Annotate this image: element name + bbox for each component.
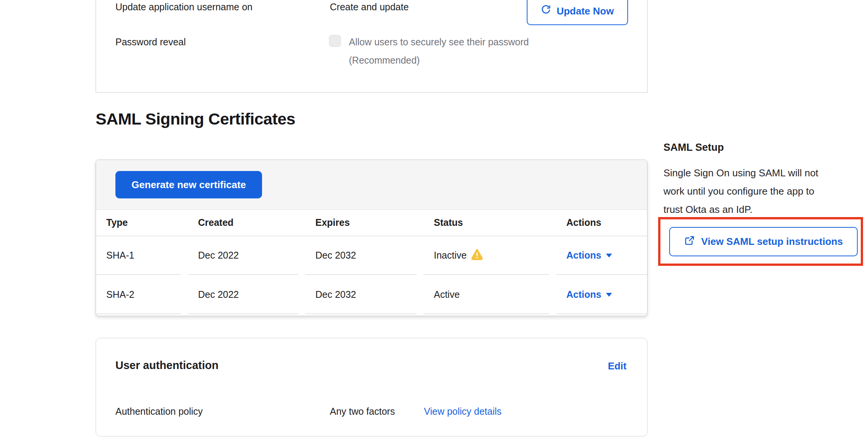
- cert-status-cell: Active: [424, 275, 556, 314]
- cert-actions-cell: Actions: [556, 236, 647, 275]
- description-line: work until you configure the app to: [663, 182, 818, 200]
- view-saml-instructions-label: View SAML setup instructions: [701, 236, 843, 248]
- update-now-button[interactable]: Update Now: [527, 0, 628, 25]
- password-reveal-description: Allow users to securely see their passwo…: [349, 37, 529, 48]
- certificates-card: Generate new certificate Type Created Ex…: [96, 160, 647, 316]
- cert-type: SHA-1: [96, 236, 188, 275]
- provisioning-card: Update application username on Create an…: [96, 0, 647, 93]
- actions-label: Actions: [566, 289, 601, 300]
- description-line: trust Okta as an IdP.: [663, 200, 818, 219]
- authentication-policy-value: Any two factors: [330, 406, 395, 417]
- certificates-toolbar: Generate new certificate: [96, 160, 647, 210]
- description-line: Single Sign On using SAML will not: [663, 164, 818, 182]
- saml-certificates-heading: SAML Signing Certificates: [96, 110, 295, 128]
- cert-expires: Dec 2032: [305, 275, 424, 314]
- actions-dropdown[interactable]: Actions: [566, 250, 612, 261]
- view-policy-details-link[interactable]: View policy details: [424, 406, 502, 417]
- cert-type: SHA-2: [96, 275, 188, 314]
- column-header-expires: Expires: [305, 210, 424, 236]
- caret-down-icon: [606, 254, 612, 257]
- password-reveal-checkbox[interactable]: [329, 35, 341, 47]
- cert-status: Active: [434, 289, 460, 300]
- password-reveal-recommended: (Recommended): [349, 55, 420, 66]
- user-authentication-card: User authentication Edit Authentication …: [96, 338, 647, 436]
- table-row: SHA-2 Dec 2022 Dec 2032 Active Actions: [96, 275, 647, 314]
- cert-status-cell: Inactive: [424, 236, 556, 275]
- warning-icon: [471, 248, 483, 262]
- update-now-label: Update Now: [556, 5, 614, 17]
- cert-created: Dec 2022: [188, 275, 305, 314]
- column-header-status: Status: [424, 210, 556, 236]
- cert-created: Dec 2022: [188, 236, 305, 275]
- password-reveal-label: Password reveal: [115, 37, 186, 48]
- caret-down-icon: [606, 293, 612, 297]
- saml-setup-description: Single Sign On using SAML will not work …: [663, 164, 818, 219]
- generate-certificate-button[interactable]: Generate new certificate: [115, 171, 262, 198]
- view-saml-instructions-button[interactable]: View SAML setup instructions: [669, 227, 858, 256]
- username-update-label: Update application username on: [115, 2, 253, 13]
- cert-expires: Dec 2032: [305, 236, 424, 275]
- saml-setup-heading: SAML Setup: [663, 142, 724, 153]
- column-header-created: Created: [188, 210, 305, 236]
- cert-actions-cell: Actions: [556, 275, 647, 314]
- actions-label: Actions: [566, 250, 601, 261]
- cert-status: Inactive: [434, 250, 467, 261]
- external-link-icon: [684, 235, 695, 249]
- user-authentication-heading: User authentication: [115, 359, 219, 372]
- edit-link[interactable]: Edit: [608, 360, 627, 372]
- table-header-row: Type Created Expires Status Actions: [96, 210, 647, 236]
- refresh-icon: [541, 5, 551, 18]
- certificates-table: Type Created Expires Status Actions SHA-…: [96, 210, 647, 314]
- actions-dropdown[interactable]: Actions: [566, 289, 612, 300]
- column-header-type: Type: [96, 210, 188, 236]
- table-row: SHA-1 Dec 2022 Dec 2032 Inactive: [96, 236, 647, 275]
- authentication-policy-label: Authentication policy: [115, 406, 203, 417]
- username-update-value: Create and update: [330, 2, 409, 13]
- column-header-actions: Actions: [556, 210, 647, 236]
